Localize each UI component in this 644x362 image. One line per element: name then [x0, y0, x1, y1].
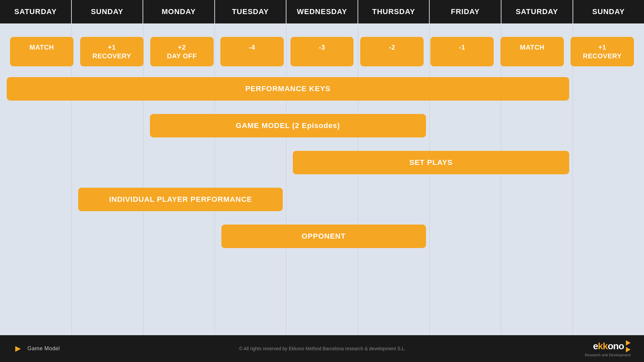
- day-box-4: -3: [290, 37, 354, 66]
- day-box-8: +1RECOVERY: [571, 37, 634, 66]
- day-box-6: -1: [430, 37, 494, 66]
- day-box-0: MATCH: [10, 37, 73, 66]
- header-sunday2: SUNDAY: [573, 0, 644, 23]
- footer-arrow-icon: ►: [13, 343, 23, 354]
- day-box-1: +1RECOVERY: [80, 37, 144, 66]
- day-box-5: -2: [360, 37, 424, 66]
- bar-individual-player: INDIVIDUAL PLAYER PERFORMANCE: [78, 188, 283, 211]
- day-box-2: +2DAY OFF: [150, 37, 214, 66]
- header-saturday2: SATURDAY: [501, 0, 573, 23]
- footer: ► Game Model © All rights reserved by Ek…: [0, 335, 644, 362]
- bar-performance-keys: PERFORMANCE KEYS: [7, 77, 569, 101]
- day-box-7: MATCH: [500, 37, 564, 66]
- footer-copyright: © All rights reserved by Ekkono Method B…: [239, 346, 406, 351]
- ekkono-logo: ekkono: [593, 340, 631, 352]
- header-monday: MONDAY: [143, 0, 215, 23]
- header-sunday1: SUNDAY: [72, 0, 144, 23]
- header-saturday1: SATURDAY: [0, 0, 72, 23]
- bar-opponent: OPPONENT: [221, 225, 426, 248]
- ekkono-brand-text: ekkono: [593, 341, 624, 352]
- day-row: MATCH +1RECOVERY +2DAY OFF -4 -3 -2 -1 M…: [0, 30, 644, 73]
- footer-section-label: Game Model: [28, 346, 60, 352]
- content-area: PERFORMANCE KEYS GAME MODEL (2 Episodes)…: [0, 64, 644, 335]
- bar-game-model: GAME MODEL (2 Episodes): [150, 114, 426, 137]
- header-wednesday: WEDNESDAY: [286, 0, 358, 23]
- footer-left: ► Game Model: [13, 343, 60, 354]
- header-tuesday: TUESDAY: [215, 0, 287, 23]
- header-friday: FRIDAY: [430, 0, 501, 23]
- ekkono-sub-text: Research and Development: [585, 353, 631, 357]
- header-thursday: THURSDAY: [358, 0, 430, 23]
- day-box-3: -4: [220, 37, 284, 66]
- header-row: SATURDAY SUNDAY MONDAY TUESDAY WEDNESDAY…: [0, 0, 644, 23]
- bar-set-plays: SET PLAYS: [293, 151, 569, 174]
- footer-right: ekkono Research and Development: [585, 340, 631, 357]
